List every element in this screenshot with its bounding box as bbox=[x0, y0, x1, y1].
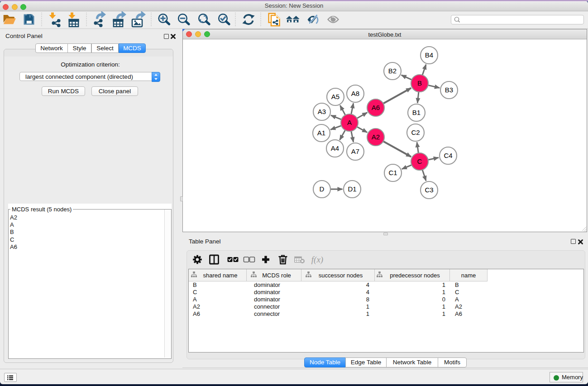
svg-text:A5: A5 bbox=[331, 93, 339, 100]
svg-text:A: A bbox=[347, 119, 352, 126]
svg-text:A4: A4 bbox=[331, 144, 339, 152]
svg-text:A1: A1 bbox=[317, 129, 325, 137]
svg-text:A2: A2 bbox=[372, 133, 380, 141]
svg-text:C4: C4 bbox=[444, 152, 452, 159]
svg-text:f(x): f(x) bbox=[311, 255, 323, 265]
svg-text:C3: C3 bbox=[425, 186, 433, 194]
svg-text:A8: A8 bbox=[351, 90, 359, 97]
svg-text:C1: C1 bbox=[388, 169, 397, 176]
svg-text:B1: B1 bbox=[412, 109, 421, 116]
svg-text:B: B bbox=[417, 79, 422, 87]
svg-text:D1: D1 bbox=[348, 185, 356, 193]
svg-text:A3: A3 bbox=[318, 108, 326, 115]
svg-text:D: D bbox=[320, 185, 325, 193]
svg-text:C2: C2 bbox=[411, 129, 420, 136]
svg-text:B2: B2 bbox=[388, 67, 397, 75]
svg-text:B4: B4 bbox=[425, 51, 433, 59]
svg-text:A6: A6 bbox=[372, 104, 380, 111]
svg-text:B3: B3 bbox=[445, 86, 453, 94]
svg-text:C: C bbox=[417, 157, 422, 165]
svg-text:A7: A7 bbox=[351, 148, 359, 155]
